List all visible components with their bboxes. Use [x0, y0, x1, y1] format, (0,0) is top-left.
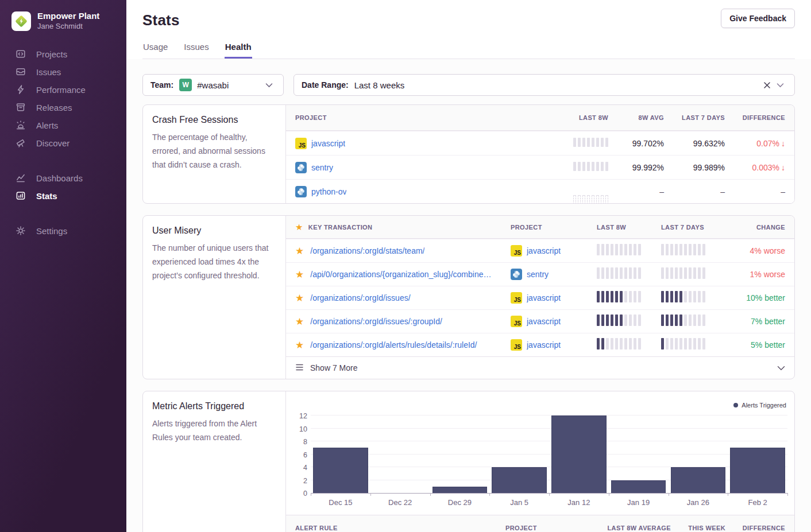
spark-bar — [684, 291, 687, 302]
app-root: Empower Plant Jane Schmidt Projects Issu… — [0, 0, 811, 532]
key-transaction-star-icon[interactable]: ★ — [295, 270, 304, 279]
spark-bar — [661, 338, 664, 350]
gridline — [311, 441, 787, 441]
chart-bar — [492, 467, 546, 493]
x-axis-tick-label: Feb 2 — [728, 498, 787, 507]
spark-bar — [606, 291, 609, 302]
spark-bar — [693, 314, 696, 326]
project-link[interactable]: python-ov — [311, 187, 346, 196]
sidebar-item-alerts[interactable]: Alerts — [0, 117, 126, 134]
spark-bar — [582, 195, 585, 204]
spark-bar — [596, 195, 599, 204]
sidebar-item-issues[interactable]: Issues — [0, 63, 126, 81]
python-platform-icon — [511, 269, 522, 280]
x-axis-tick-label: Jan 5 — [489, 498, 549, 507]
key-transaction-star-icon[interactable]: ★ — [295, 317, 304, 327]
org-switcher[interactable]: Empower Plant Jane Schmidt — [0, 9, 126, 42]
chart-legend[interactable]: Alerts Triggered — [733, 402, 786, 409]
give-feedback-button[interactable]: Give Feedback — [721, 9, 795, 28]
date-range-label: Date Range: — [302, 80, 349, 90]
spark-bar — [689, 314, 692, 326]
table-row: ★ /api/0/organizations/{organization_slu… — [286, 262, 794, 286]
spark-bar — [675, 267, 678, 279]
sidebar-item-settings[interactable]: Settings — [0, 222, 126, 240]
spark-bar — [587, 138, 590, 147]
gridline — [311, 454, 787, 455]
spark-bar — [629, 291, 632, 302]
spark-bar — [592, 162, 594, 171]
sidebar-item-stats[interactable]: Stats — [0, 187, 126, 205]
alerts-chart-xlabels: Dec 15Dec 22Dec 29Jan 5Jan 12Jan 19Jan 2… — [311, 498, 787, 507]
panel-title: User Misery — [152, 226, 276, 236]
sparkline — [597, 338, 641, 350]
transaction-link[interactable]: /api/0/organizations/{organization_slug}… — [310, 270, 491, 279]
sidebar-item-releases[interactable]: Releases — [0, 99, 126, 117]
column-header: LAST 8W — [551, 114, 608, 121]
spark-bar — [670, 267, 673, 279]
project-link[interactable]: javascript — [311, 139, 345, 148]
avg-8w-value: – — [608, 187, 664, 196]
transaction-link[interactable]: /organizations/:orgId/alerts/rules/detai… — [310, 340, 477, 350]
clear-icon[interactable] — [760, 81, 774, 89]
sidebar-item-performance[interactable]: Performance — [0, 81, 126, 99]
tab-issues[interactable]: Issues — [183, 41, 209, 59]
table-row: ★ /organizations/:orgId/alerts/rules/det… — [286, 333, 794, 356]
project-link[interactable]: javascript — [527, 293, 561, 302]
spark-bar — [634, 291, 636, 302]
list-icon — [295, 363, 304, 373]
x-axis-tick-mark — [787, 493, 788, 496]
date-range-select[interactable]: Date Range: Last 8 weeks — [293, 74, 795, 96]
spark-bar — [629, 338, 632, 350]
sidebar-item-discover[interactable]: Discover — [0, 134, 126, 152]
nav-primary: Projects Issues Performance Releases — [0, 42, 126, 156]
releases-icon — [16, 102, 26, 112]
sparkline — [661, 291, 705, 302]
transaction-link[interactable]: /organizations/:orgId/stats/team/ — [310, 246, 424, 255]
spark-bar — [679, 291, 682, 302]
sidebar-item-dashboards[interactable]: Dashboards — [0, 169, 126, 187]
spark-bar — [592, 195, 594, 204]
spark-bar — [606, 267, 609, 279]
x-axis-tick-label: Dec 29 — [430, 498, 490, 507]
x-axis-tick-mark — [728, 493, 728, 496]
x-axis-tick-label: Jan 12 — [549, 498, 609, 507]
column-header: LAST 7 DAYS — [664, 114, 725, 121]
show-more-button[interactable]: Show 7 More — [286, 356, 794, 379]
tab-health[interactable]: Health — [225, 41, 252, 59]
tab-usage[interactable]: Usage — [142, 41, 168, 59]
spark-bar — [698, 267, 701, 279]
spark-bar — [702, 267, 705, 279]
nav-footer: Settings — [0, 219, 126, 243]
key-transaction-star-icon[interactable]: ★ — [295, 293, 304, 303]
spark-bar — [634, 244, 636, 255]
spark-bar — [693, 244, 696, 255]
project-link[interactable]: sentry — [311, 163, 333, 172]
sparkline-placeholder — [573, 187, 608, 196]
team-select[interactable]: Team: W #wasabi — [142, 74, 284, 96]
org-name: Empower Plant — [37, 11, 99, 22]
key-transaction-star-icon[interactable]: ★ — [295, 246, 304, 256]
spark-bar — [582, 138, 585, 147]
chart-bar — [671, 467, 725, 493]
panel-title: Metric Alerts Triggered — [152, 401, 276, 411]
tab-bar: Usage Issues Health — [142, 41, 795, 59]
team-value: #wasabi — [197, 80, 229, 90]
key-transaction-star-icon[interactable]: ★ — [295, 340, 304, 350]
transaction-link[interactable]: /organizations/:orgId/issues/:groupId/ — [310, 317, 442, 326]
sidebar-item-label: Performance — [36, 85, 86, 95]
column-header: DIFFERENCE — [725, 525, 785, 531]
project-link[interactable]: sentry — [527, 270, 549, 279]
column-header: THIS WEEK — [671, 525, 725, 531]
sidebar-item-projects[interactable]: Projects — [0, 45, 126, 63]
spark-bar — [634, 338, 636, 350]
panel-text: The percentage of healthy, errored, and … — [152, 130, 276, 172]
transaction-link[interactable]: /organizations/:orgId/issues/ — [310, 293, 410, 302]
spark-bar — [620, 338, 623, 350]
project-link[interactable]: javascript — [527, 340, 561, 350]
legend-dot-icon — [733, 403, 738, 407]
spark-bar — [684, 244, 687, 255]
project-link[interactable]: javascript — [527, 246, 561, 255]
spark-bar — [620, 267, 623, 279]
spark-bar — [573, 162, 576, 171]
project-link[interactable]: javascript — [527, 317, 561, 326]
